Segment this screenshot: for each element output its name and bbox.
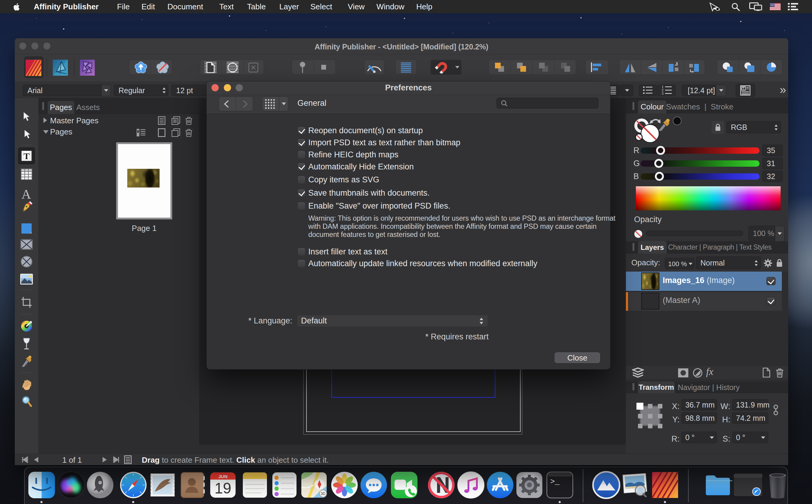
svg-text:3D: 3D — [321, 492, 325, 496]
svg-text:JUN: JUN — [218, 474, 227, 479]
svg-text:2: 2 — [662, 89, 664, 92]
svg-text:19: 19 — [214, 480, 231, 497]
svg-text:1: 1 — [662, 86, 664, 89]
svg-text:T: T — [24, 151, 30, 161]
svg-text:>_: >_ — [550, 477, 560, 486]
svg-text:3: 3 — [662, 92, 664, 95]
svg-text:T: T — [742, 87, 744, 90]
